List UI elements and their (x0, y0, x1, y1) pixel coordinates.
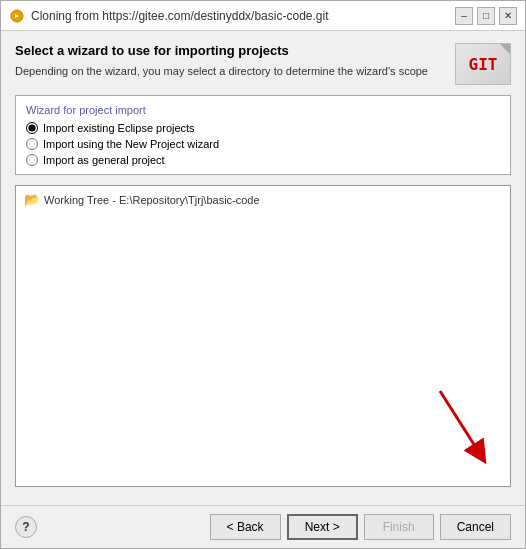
bottom-left: ? (15, 516, 37, 538)
tree-item: 📂 Working Tree - E:\Repository\Tjrj\basi… (22, 190, 504, 209)
red-arrow (430, 386, 490, 466)
wizard-box: Wizard for project import Import existin… (15, 95, 511, 175)
close-button[interactable]: ✕ (499, 7, 517, 25)
radio-label-eclipse: Import existing Eclipse projects (43, 122, 195, 134)
tree-item-label: Working Tree - E:\Repository\Tjrj\basic-… (44, 194, 260, 206)
tree-view: 📂 Working Tree - E:\Repository\Tjrj\basi… (15, 185, 511, 487)
maximize-button[interactable]: □ (477, 7, 495, 25)
header-section: Select a wizard to use for importing pro… (15, 43, 511, 85)
content-area: Select a wizard to use for importing pro… (1, 31, 525, 505)
folder-icon: 📂 (24, 192, 40, 207)
bottom-bar: ? < Back Next > Finish Cancel (1, 505, 525, 548)
radio-input-new-project[interactable] (26, 138, 38, 150)
back-button[interactable]: < Back (210, 514, 281, 540)
radio-import-eclipse[interactable]: Import existing Eclipse projects (26, 122, 500, 134)
finish-button: Finish (364, 514, 434, 540)
radio-new-project[interactable]: Import using the New Project wizard (26, 138, 500, 150)
git-logo: GIT (455, 43, 511, 85)
page-description: Depending on the wizard, you may select … (15, 64, 445, 79)
radio-input-eclipse[interactable] (26, 122, 38, 134)
next-button[interactable]: Next > (287, 514, 358, 540)
arrow-container (430, 386, 490, 466)
cancel-button[interactable]: Cancel (440, 514, 511, 540)
minimize-button[interactable]: – (455, 7, 473, 25)
title-bar-left: Cloning from https://gitee.com/destinydd… (9, 8, 328, 24)
radio-label-new-project: Import using the New Project wizard (43, 138, 219, 150)
title-controls: – □ ✕ (455, 7, 517, 25)
radio-group: Import existing Eclipse projects Import … (26, 122, 500, 166)
wizard-group-label: Wizard for project import (26, 104, 500, 116)
header-text-block: Select a wizard to use for importing pro… (15, 43, 445, 79)
page-title: Select a wizard to use for importing pro… (15, 43, 445, 58)
radio-general-project[interactable]: Import as general project (26, 154, 500, 166)
main-window: Cloning from https://gitee.com/destinydd… (0, 0, 526, 549)
title-text: Cloning from https://gitee.com/destinydd… (31, 9, 328, 23)
radio-label-general: Import as general project (43, 154, 165, 166)
window-icon (9, 8, 25, 24)
svg-line-2 (440, 391, 480, 454)
radio-input-general[interactable] (26, 154, 38, 166)
bottom-buttons: < Back Next > Finish Cancel (210, 514, 511, 540)
help-button[interactable]: ? (15, 516, 37, 538)
title-bar: Cloning from https://gitee.com/destinydd… (1, 1, 525, 31)
